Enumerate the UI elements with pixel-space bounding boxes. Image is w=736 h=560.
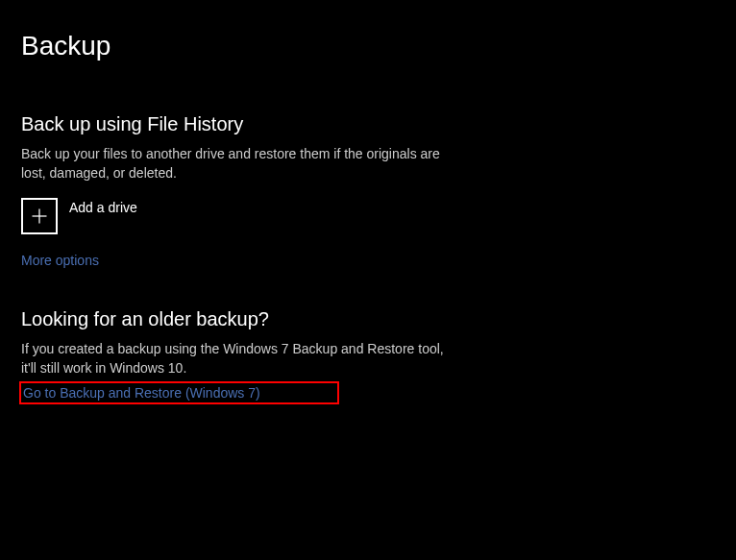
add-drive-label: Add a drive (69, 198, 137, 215)
page-title: Backup (21, 31, 715, 61)
add-drive-button[interactable]: Add a drive (21, 198, 137, 234)
older-backup-section: Looking for an older backup? If you crea… (21, 308, 715, 404)
older-backup-heading: Looking for an older backup? (21, 308, 715, 330)
older-backup-description: If you created a backup using the Window… (21, 340, 454, 377)
file-history-section: Back up using File History Back up your … (21, 113, 715, 308)
plus-icon (21, 198, 58, 234)
more-options-link[interactable]: More options (21, 253, 99, 268)
highlight-annotation: Go to Backup and Restore (Windows 7) (19, 381, 339, 404)
file-history-heading: Back up using File History (21, 113, 715, 135)
file-history-description: Back up your files to another drive and … (21, 145, 454, 183)
backup-restore-win7-link[interactable]: Go to Backup and Restore (Windows 7) (23, 385, 260, 401)
